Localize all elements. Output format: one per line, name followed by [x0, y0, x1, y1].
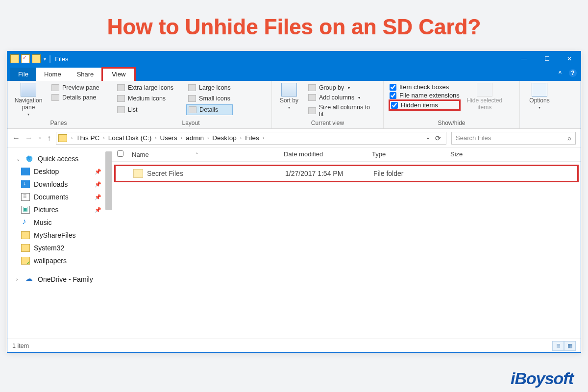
- sidebar-item-label: wallpapers: [34, 257, 67, 265]
- crumb-this-pc[interactable]: This PC: [74, 134, 101, 142]
- sidebar-item-system32[interactable]: System32: [12, 242, 112, 254]
- add-columns-button[interactable]: Add columns▾: [306, 93, 378, 102]
- tab-view[interactable]: View: [101, 67, 136, 81]
- small-icons-icon: [188, 95, 196, 102]
- sidebar-item-label: Music: [34, 219, 52, 226]
- sidebar-item-pictures[interactable]: Pictures📌: [12, 203, 112, 216]
- details-pane-button[interactable]: Details pane: [49, 93, 101, 102]
- chevron-right-icon[interactable]: ›: [180, 135, 183, 141]
- layout-large[interactable]: Large icons: [186, 83, 233, 93]
- add-columns-label: Add columns: [319, 94, 354, 101]
- recent-locations-button[interactable]: ⌄: [38, 134, 42, 143]
- search-box[interactable]: Search Files ⌕: [451, 132, 576, 145]
- up-button[interactable]: ↑: [47, 134, 51, 143]
- item-check-boxes-checkbox[interactable]: [390, 84, 396, 91]
- pin-icon: 📌: [95, 181, 101, 188]
- new-folder-icon[interactable]: [32, 54, 41, 63]
- group-by-button[interactable]: Group by▾: [306, 83, 378, 93]
- folder-icon: [133, 169, 143, 178]
- tab-home[interactable]: Home: [36, 68, 69, 81]
- forward-button[interactable]: →: [25, 134, 33, 143]
- sidebar-item-wallpapers[interactable]: ✓wallpapers: [12, 254, 112, 267]
- crumb-desktop[interactable]: Desktop: [211, 134, 238, 142]
- back-button[interactable]: ←: [12, 134, 20, 143]
- item-check-boxes-toggle[interactable]: Item check boxes: [389, 83, 461, 91]
- icons-view-button[interactable]: ▦: [564, 341, 576, 351]
- column-name[interactable]: Name⌃: [132, 150, 284, 158]
- sort-by-button[interactable]: Sort by ▾: [277, 83, 301, 110]
- crumb-files[interactable]: Files: [244, 134, 261, 142]
- close-button[interactable]: ✕: [558, 51, 581, 66]
- size-all-columns-button[interactable]: Size all columns to fit: [306, 102, 378, 119]
- sidebar-item-documents[interactable]: Documents📌: [12, 191, 112, 203]
- explorer-window: ▾ | Files — ☐ ✕ File Home Share View ^ ?…: [7, 51, 581, 353]
- tab-file[interactable]: File: [10, 68, 36, 81]
- hidden-items-checkbox[interactable]: [391, 102, 398, 109]
- layout-extra-large[interactable]: Extra large icons: [115, 83, 175, 93]
- star-icon: [25, 155, 34, 163]
- content-area: ⌄ Quick access Desktop📌 Downloads📌 Docum…: [7, 147, 581, 339]
- ribbon-group-options: Options ▾: [520, 81, 559, 128]
- sidebar-item-desktop[interactable]: Desktop📌: [12, 165, 112, 178]
- group-label-empty: [525, 120, 554, 127]
- column-type[interactable]: Type: [372, 150, 450, 158]
- folder-icon: [10, 54, 19, 63]
- chevron-right-icon[interactable]: ›: [206, 135, 210, 141]
- file-type: File folder: [373, 170, 452, 177]
- hidden-items-toggle[interactable]: Hidden items: [389, 99, 461, 111]
- file-ext-toggle[interactable]: File name extensions: [389, 91, 461, 99]
- tab-share[interactable]: Share: [69, 68, 102, 81]
- file-row[interactable]: Secret Files 1/27/2017 1:54 PM File fold…: [114, 165, 579, 182]
- options-button[interactable]: Options ▾: [525, 83, 554, 110]
- layout-details[interactable]: Details: [186, 104, 233, 115]
- preview-pane-icon: [51, 84, 59, 91]
- window-title: Files: [55, 55, 68, 63]
- hide-selected-label: Hide selected items: [466, 98, 504, 111]
- layout-list[interactable]: List: [115, 104, 175, 115]
- chevron-right-icon[interactable]: ›: [154, 135, 157, 141]
- search-icon[interactable]: ⌕: [567, 134, 571, 142]
- column-date[interactable]: Date modified: [284, 150, 372, 158]
- sidebar-item-music[interactable]: Music: [12, 216, 112, 229]
- properties-icon[interactable]: [21, 54, 30, 63]
- chevron-down-icon: ▾: [539, 105, 540, 110]
- qat-dropdown-icon[interactable]: ▾: [44, 56, 46, 62]
- minimize-button[interactable]: —: [513, 51, 536, 66]
- chevron-right-icon[interactable]: ›: [102, 135, 105, 141]
- chevron-up-icon[interactable]: ^: [556, 69, 564, 77]
- sort-asc-icon: ⌃: [195, 152, 199, 157]
- crumb-local-disk[interactable]: Local Disk (C:): [107, 134, 153, 142]
- sidebar-item-mysharefiles[interactable]: MyShareFiles: [12, 229, 112, 242]
- sidebar-item-downloads[interactable]: Downloads📌: [12, 178, 112, 191]
- column-headers: Name⌃ Date modified Type Size: [112, 147, 581, 162]
- history-dropdown[interactable]: ⌄: [426, 134, 430, 142]
- file-ext-checkbox[interactable]: [390, 92, 396, 99]
- chevron-right-icon[interactable]: ›: [239, 135, 243, 141]
- column-size[interactable]: Size: [450, 150, 509, 158]
- sidebar-onedrive[interactable]: › OneDrive - Family: [12, 273, 112, 286]
- navigation-pane-button[interactable]: Navigation pane ▾: [12, 83, 45, 117]
- folder-icon: ✓: [21, 257, 30, 265]
- select-all-checkbox[interactable]: [117, 150, 123, 157]
- crumb-admin[interactable]: admin: [184, 134, 205, 142]
- sidebar-quick-access[interactable]: ⌄ Quick access: [12, 152, 112, 165]
- refresh-button[interactable]: ⟳: [435, 134, 441, 142]
- maximize-button[interactable]: ☐: [536, 51, 558, 66]
- chevron-right-icon[interactable]: ›: [70, 135, 74, 141]
- details-view-button[interactable]: ≣: [552, 341, 564, 351]
- sidebar-scrollbar[interactable]: [105, 151, 112, 210]
- crumb-users[interactable]: Users: [159, 134, 179, 142]
- small-icons-label: Small icons: [199, 95, 230, 102]
- ribbon-collapse[interactable]: ^ ?: [556, 69, 577, 77]
- pin-icon: 📌: [95, 207, 101, 213]
- expander-icon[interactable]: ›: [16, 277, 21, 282]
- chevron-right-icon[interactable]: ›: [262, 135, 265, 141]
- help-icon[interactable]: ?: [569, 69, 577, 77]
- group-label-current-view: Current view: [277, 120, 378, 127]
- address-bar[interactable]: › This PC › Local Disk (C:) › Users › ad…: [56, 132, 446, 145]
- layout-medium[interactable]: Medium icons: [115, 94, 175, 103]
- item-check-boxes-label: Item check boxes: [399, 83, 449, 91]
- layout-small[interactable]: Small icons: [186, 94, 233, 103]
- expander-icon[interactable]: ⌄: [16, 156, 21, 162]
- preview-pane-button[interactable]: Preview pane: [49, 83, 101, 93]
